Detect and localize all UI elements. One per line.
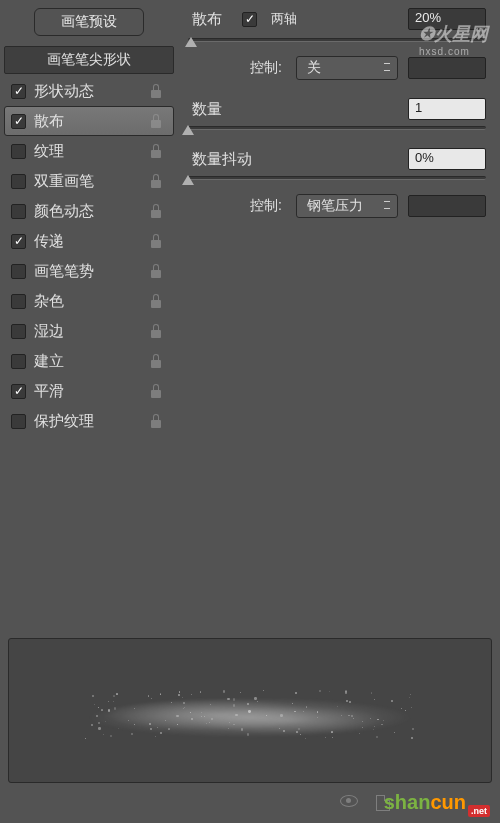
sidebar-checkbox-6[interactable] [11, 264, 26, 279]
scatter-settings-panel: 散布 两轴 20% 控制: 关 数量 1 [174, 6, 496, 621]
panel-title: 散布 [192, 10, 222, 29]
lock-icon [149, 114, 163, 128]
scatter-control-dropdown[interactable]: 关 [296, 56, 398, 80]
sidebar-checkbox-1[interactable] [11, 114, 26, 129]
sidebar-checkbox-7[interactable] [11, 294, 26, 309]
lock-icon [149, 414, 163, 428]
sidebar-item-1[interactable]: 散布 [4, 106, 174, 136]
lock-icon [149, 84, 163, 98]
lock-icon [149, 354, 163, 368]
count-jitter-control-dropdown[interactable]: 钢笔压力 [296, 194, 398, 218]
lock-icon [149, 144, 163, 158]
sidebar-label-9: 建立 [34, 352, 149, 371]
sidebar-checkbox-9[interactable] [11, 354, 26, 369]
lock-icon [149, 264, 163, 278]
lock-icon [149, 204, 163, 218]
sidebar-label-1: 散布 [34, 112, 149, 131]
lock-icon [149, 234, 163, 248]
sidebar-checkbox-3[interactable] [11, 174, 26, 189]
sidebar-item-8[interactable]: 湿边 [4, 316, 174, 346]
sidebar-label-5: 传递 [34, 232, 149, 251]
brush-preview [8, 638, 492, 783]
sidebar-checkbox-2[interactable] [11, 144, 26, 159]
count-jitter-label: 数量抖动 [192, 150, 252, 169]
count-jitter-control-label: 控制: [250, 197, 282, 215]
sidebar-item-11[interactable]: 保护纹理 [4, 406, 174, 436]
lock-icon [149, 174, 163, 188]
sidebar-checkbox-5[interactable] [11, 234, 26, 249]
sidebar-item-5[interactable]: 传递 [4, 226, 174, 256]
count-jitter-slider[interactable] [188, 176, 486, 180]
both-axes-label: 两轴 [271, 10, 297, 28]
sidebar-label-3: 双重画笔 [34, 172, 149, 191]
sidebar-item-6[interactable]: 画笔笔势 [4, 256, 174, 286]
sidebar-item-10[interactable]: 平滑 [4, 376, 174, 406]
count-jitter-input[interactable]: 0% [408, 148, 486, 170]
sidebar-checkbox-8[interactable] [11, 324, 26, 339]
count-input[interactable]: 1 [408, 98, 486, 120]
sidebar-item-3[interactable]: 双重画笔 [4, 166, 174, 196]
sidebar-label-0: 形状动态 [34, 82, 149, 101]
sidebar-item-9[interactable]: 建立 [4, 346, 174, 376]
sidebar-item-0[interactable]: 形状动态 [4, 76, 174, 106]
count-jitter-control-value[interactable] [408, 195, 486, 217]
watermark-bottom: shancun.net [384, 791, 490, 817]
visibility-icon[interactable] [340, 795, 358, 807]
lock-icon [149, 324, 163, 338]
both-axes-checkbox[interactable] [242, 12, 257, 27]
sidebar-label-4: 颜色动态 [34, 202, 149, 221]
count-label: 数量 [192, 100, 222, 119]
sidebar-label-6: 画笔笔势 [34, 262, 149, 281]
brush-presets-button[interactable]: 画笔预设 [34, 8, 144, 36]
scatter-control-label: 控制: [250, 59, 282, 77]
lock-icon [149, 384, 163, 398]
count-slider[interactable] [188, 126, 486, 130]
sidebar: 画笔预设 画笔笔尖形状 形状动态散布纹理双重画笔颜色动态传递画笔笔势杂色湿边建立… [4, 6, 174, 621]
brush-tip-shape-header[interactable]: 画笔笔尖形状 [4, 46, 174, 74]
sidebar-checkbox-11[interactable] [11, 414, 26, 429]
sidebar-label-8: 湿边 [34, 322, 149, 341]
sidebar-label-10: 平滑 [34, 382, 149, 401]
sidebar-item-2[interactable]: 纹理 [4, 136, 174, 166]
sidebar-item-4[interactable]: 颜色动态 [4, 196, 174, 226]
sidebar-checkbox-4[interactable] [11, 204, 26, 219]
brush-options-list: 形状动态散布纹理双重画笔颜色动态传递画笔笔势杂色湿边建立平滑保护纹理 [4, 76, 174, 436]
sidebar-checkbox-0[interactable] [11, 84, 26, 99]
lock-icon [149, 294, 163, 308]
watermark-top: ✪火星网 hxsd.com [419, 22, 488, 57]
footer-toolbar [340, 795, 390, 811]
sidebar-label-11: 保护纹理 [34, 412, 149, 431]
sidebar-label-2: 纹理 [34, 142, 149, 161]
sidebar-checkbox-10[interactable] [11, 384, 26, 399]
sidebar-label-7: 杂色 [34, 292, 149, 311]
scatter-control-value[interactable] [408, 57, 486, 79]
sidebar-item-7[interactable]: 杂色 [4, 286, 174, 316]
